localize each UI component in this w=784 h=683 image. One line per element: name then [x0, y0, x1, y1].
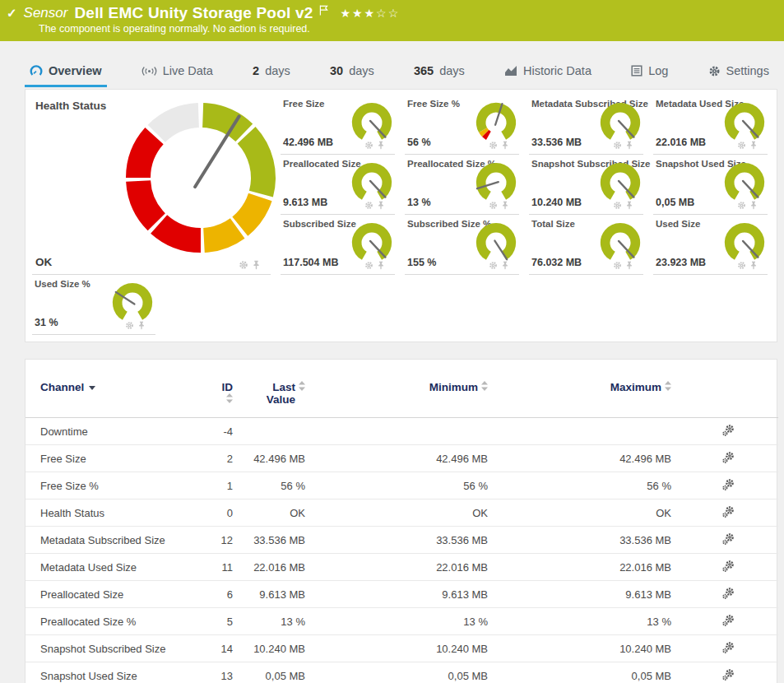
radial-gauge [722, 160, 767, 205]
edit-channel-gears-icon[interactable] [721, 587, 735, 600]
edit-channel-gears-icon[interactable] [721, 424, 735, 437]
page-title: Dell EMC Unity Storage Pool v2 [74, 4, 313, 22]
gear-icon[interactable] [364, 261, 373, 270]
table-row: Free Size 2 42.496 MB 42.496 MB 42.496 M… [26, 445, 778, 472]
cell-channel: Preallocated Size [26, 581, 206, 608]
priority-stars[interactable]: ★★★☆☆ [340, 7, 400, 20]
channel-gauge-value: 0,05 MB [656, 197, 694, 208]
tab-log[interactable]: Log [626, 64, 673, 87]
pin-icon[interactable] [377, 201, 385, 210]
tab-live-data[interactable]: Live Data [137, 64, 218, 87]
channel-gauge-tile: Preallocated Size 9.613 MB [281, 155, 395, 215]
cell-maximum: OK [494, 499, 678, 527]
edit-channel-gears-icon[interactable] [721, 560, 735, 573]
cell-channel: Metadata Subscribed Size [26, 527, 206, 554]
cell-maximum: 56 % [494, 472, 678, 499]
cell-last-value: 56 % [239, 472, 312, 499]
pin-icon[interactable] [252, 260, 261, 270]
cell-maximum: 13 % [494, 608, 678, 635]
edit-channel-gears-icon[interactable] [721, 505, 735, 518]
cell-last-value: 10.240 MB [239, 635, 312, 662]
edit-channel-gears-icon[interactable] [721, 451, 735, 464]
pin-icon[interactable] [625, 141, 633, 150]
gear-icon[interactable] [125, 321, 134, 330]
gear-icon[interactable] [364, 201, 373, 210]
pin-icon[interactable] [377, 141, 385, 150]
channel-gauge-value: 13 % [407, 197, 431, 208]
pin-icon[interactable] [749, 141, 758, 150]
channel-gauge-value: 56 % [407, 137, 431, 148]
cell-maximum: 10.240 MB [494, 635, 678, 662]
radial-gauge [350, 100, 394, 145]
pin-icon[interactable] [749, 201, 758, 210]
column-header-minimum[interactable]: Minimum [312, 376, 494, 418]
radial-gauge [598, 160, 643, 205]
gauge-icon [30, 64, 43, 77]
channel-gauge-value: 33.536 MB [531, 137, 582, 148]
gear-icon[interactable] [239, 260, 248, 270]
tab-overview[interactable]: Overview [25, 64, 107, 87]
channel-gauge-value: 42.496 MB [283, 137, 333, 148]
edit-channel-gears-icon[interactable] [721, 668, 735, 681]
column-label: Last Value [246, 381, 295, 406]
channel-gauge-label: Used Size [656, 219, 700, 229]
tab-30-days[interactable]: 30 days [325, 64, 379, 87]
cell-last-value: OK [239, 499, 312, 527]
gear-icon[interactable] [737, 201, 746, 210]
status-message: The component is operating normally. No … [7, 23, 776, 35]
gear-icon[interactable] [489, 141, 498, 150]
gear-icon[interactable] [613, 201, 622, 210]
table-row: Free Size % 1 56 % 56 % 56 % [26, 472, 778, 499]
cell-minimum: OK [312, 499, 494, 527]
pin-icon[interactable] [137, 321, 146, 330]
edit-channel-gears-icon[interactable] [721, 641, 735, 654]
ok-check-icon: ✓ [7, 6, 17, 21]
cell-minimum: 0,05 MB [312, 662, 494, 683]
cell-channel: Metadata Used Size [26, 554, 206, 581]
tab-365-days[interactable]: 365 days [409, 64, 470, 87]
tab-historic-data[interactable]: Historic Data [499, 64, 596, 87]
cell-maximum: 42.496 MB [494, 445, 678, 472]
gear-icon[interactable] [613, 261, 622, 270]
cell-id: -4 [206, 418, 239, 445]
pin-icon[interactable] [625, 201, 633, 210]
tab-2-days[interactable]: 2 days [248, 64, 295, 87]
broadcast-icon [141, 66, 157, 77]
cell-channel: Preallocated Size % [26, 608, 206, 635]
gear-icon[interactable] [489, 261, 498, 270]
column-header-maximum[interactable]: Maximum [494, 376, 678, 418]
channel-gauge-tile: Preallocated Size % 13 % [405, 155, 519, 215]
tab-label: Historic Data [523, 64, 591, 77]
cell-minimum: 42.496 MB [312, 445, 494, 472]
gear-icon[interactable] [489, 201, 498, 210]
pin-icon[interactable] [501, 141, 509, 150]
pin-icon[interactable] [501, 201, 509, 210]
column-header-id[interactable]: ID [206, 376, 239, 418]
tab-number: 30 [330, 64, 343, 77]
gear-icon[interactable] [737, 141, 746, 150]
log-list-icon [631, 65, 643, 77]
column-header-last-value[interactable]: Last Value [239, 376, 312, 418]
tab-settings[interactable]: Settings [703, 64, 774, 87]
cell-last-value: 0,05 MB [239, 662, 312, 683]
pin-icon[interactable] [749, 261, 758, 270]
pin-icon[interactable] [377, 261, 385, 270]
flag-icon[interactable] [319, 5, 328, 16]
cell-last-value [239, 418, 312, 445]
overview-gauges-panel: Health Status OK Free Size [25, 89, 777, 342]
edit-channel-gears-icon[interactable] [721, 532, 735, 546]
channel-gauge-tile: Free Size % 56 % [405, 95, 519, 155]
cell-minimum: 56 % [312, 472, 494, 499]
gear-icon[interactable] [613, 141, 622, 150]
column-header-channel[interactable]: Channel [26, 376, 206, 418]
sort-down-icon [89, 386, 95, 390]
gear-icon[interactable] [737, 261, 746, 270]
pin-icon[interactable] [625, 261, 633, 270]
table-row: Snapshot Subscribed Size 14 10.240 MB 10… [26, 635, 778, 662]
edit-channel-gears-icon[interactable] [721, 478, 735, 491]
gear-icon[interactable] [364, 141, 373, 150]
cell-maximum: 22.016 MB [494, 554, 678, 581]
channel-gauge-value: 23.923 MB [656, 257, 706, 268]
edit-channel-gears-icon[interactable] [721, 614, 735, 627]
pin-icon[interactable] [501, 261, 509, 270]
